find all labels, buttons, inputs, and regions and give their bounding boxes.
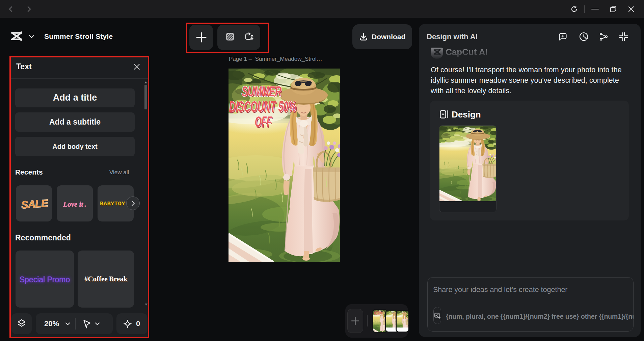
- svg-text:SUMMER: SUMMER: [242, 83, 281, 99]
- svg-text:OFF: OFF: [255, 113, 272, 130]
- svg-text:DISCOUNT 50%: DISCOUNT 50%: [229, 98, 296, 115]
